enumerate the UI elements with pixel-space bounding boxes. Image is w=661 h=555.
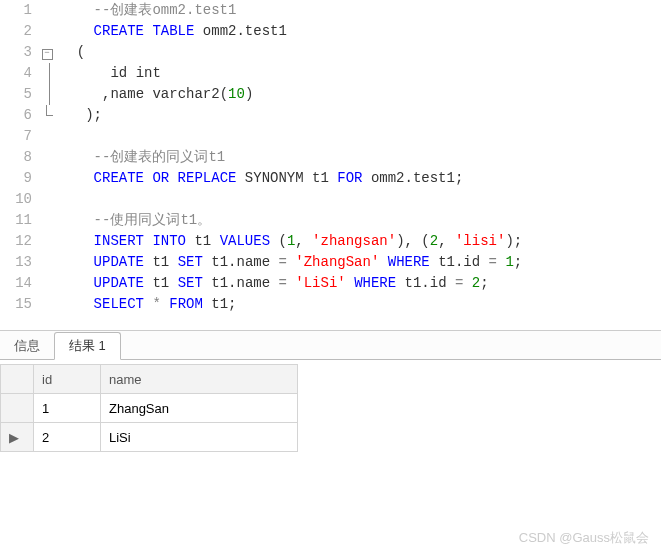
line-number: 7	[0, 126, 32, 147]
line-number: 14	[0, 273, 32, 294]
code-line[interactable]: CREATE OR REPLACE SYNONYM t1 FOR omm2.te…	[60, 168, 661, 189]
code-line[interactable]: );	[60, 105, 661, 126]
tab-info[interactable]: 信息	[0, 333, 54, 359]
line-number: 13	[0, 252, 32, 273]
code-line[interactable]: --创建表omm2.test1	[60, 0, 661, 21]
fold-marker	[40, 294, 54, 315]
watermark: CSDN @Gauss松鼠会	[519, 529, 649, 547]
code-line[interactable]: ,name varchar2(10)	[60, 84, 661, 105]
results-panel: 信息 结果 1 id name 1ZhangSan▶2LiSi	[0, 331, 661, 452]
fold-gutter[interactable]: −	[40, 0, 54, 330]
fold-marker	[40, 126, 54, 147]
results-tabs: 信息 结果 1	[0, 331, 661, 360]
cell-id[interactable]: 1	[34, 394, 101, 423]
fold-marker	[40, 84, 54, 105]
fold-marker	[40, 231, 54, 252]
line-number: 1	[0, 0, 32, 21]
code-line[interactable]: INSERT INTO t1 VALUES (1, 'zhangsan'), (…	[60, 231, 661, 252]
line-number: 12	[0, 231, 32, 252]
code-line[interactable]: CREATE TABLE omm2.test1	[60, 21, 661, 42]
code-line[interactable]: UPDATE t1 SET t1.name = 'LiSi' WHERE t1.…	[60, 273, 661, 294]
line-number: 9	[0, 168, 32, 189]
fold-marker	[40, 210, 54, 231]
line-number-gutter: 123456789101112131415	[0, 0, 40, 330]
fold-marker	[40, 273, 54, 294]
code-editor[interactable]: 123456789101112131415 − --创建表omm2.test1 …	[0, 0, 661, 331]
fold-marker[interactable]: −	[40, 42, 54, 63]
line-number: 3	[0, 42, 32, 63]
code-line[interactable]: --使用同义词t1。	[60, 210, 661, 231]
fold-marker	[40, 21, 54, 42]
line-number: 10	[0, 189, 32, 210]
line-number: 8	[0, 147, 32, 168]
fold-marker	[40, 63, 54, 84]
line-number: 2	[0, 21, 32, 42]
code-line[interactable]: (	[60, 42, 661, 63]
cell-id[interactable]: 2	[34, 423, 101, 452]
code-line[interactable]: UPDATE t1 SET t1.name = 'ZhangSan' WHERE…	[60, 252, 661, 273]
grid-corner	[1, 365, 34, 394]
code-line[interactable]: --创建表的同义词t1	[60, 147, 661, 168]
line-number: 4	[0, 63, 32, 84]
line-number: 6	[0, 105, 32, 126]
line-number: 15	[0, 294, 32, 315]
cell-name[interactable]: LiSi	[101, 423, 298, 452]
line-number: 11	[0, 210, 32, 231]
column-header-id[interactable]: id	[34, 365, 101, 394]
code-line[interactable]	[60, 189, 661, 210]
column-header-name[interactable]: name	[101, 365, 298, 394]
tab-result-1[interactable]: 结果 1	[54, 332, 121, 360]
fold-marker	[40, 252, 54, 273]
fold-marker	[40, 105, 54, 126]
results-grid[interactable]: id name 1ZhangSan▶2LiSi	[0, 364, 298, 452]
fold-marker	[40, 147, 54, 168]
fold-marker	[40, 189, 54, 210]
cell-name[interactable]: ZhangSan	[101, 394, 298, 423]
row-marker	[1, 394, 34, 423]
code-line[interactable]	[60, 126, 661, 147]
code-line[interactable]: SELECT * FROM t1;	[60, 294, 661, 315]
row-marker: ▶	[1, 423, 34, 452]
table-row[interactable]: 1ZhangSan	[1, 394, 298, 423]
line-number: 5	[0, 84, 32, 105]
fold-marker	[40, 0, 54, 21]
code-area[interactable]: --创建表omm2.test1 CREATE TABLE omm2.test1 …	[54, 0, 661, 330]
table-row[interactable]: ▶2LiSi	[1, 423, 298, 452]
code-line[interactable]: id int	[60, 63, 661, 84]
fold-marker	[40, 168, 54, 189]
